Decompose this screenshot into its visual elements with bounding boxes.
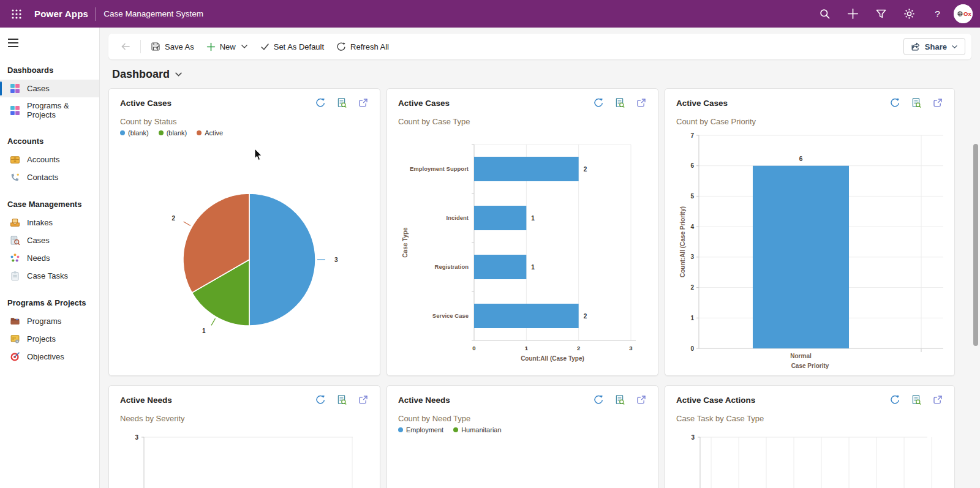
sidebar-item-label: Projects	[27, 334, 56, 343]
svg-text:2: 2	[584, 313, 587, 320]
expand-icon[interactable]	[932, 394, 943, 405]
expand-icon[interactable]	[636, 394, 647, 405]
svg-text:Count:All (Case Type): Count:All (Case Type)	[521, 355, 584, 362]
back-button[interactable]	[115, 38, 137, 55]
svg-text:3: 3	[690, 253, 694, 260]
svg-text:5: 5	[690, 193, 694, 200]
svg-text:0: 0	[472, 345, 475, 351]
svg-text:4: 4	[690, 223, 694, 230]
chart-subtitle: Needs by Severity	[120, 414, 369, 423]
dashboard-selector[interactable]: Dashboard	[112, 68, 980, 81]
new-dropdown-chevron[interactable]	[238, 40, 254, 53]
refresh-icon[interactable]	[315, 97, 326, 108]
dashboard-card: Active NeedsNeeds by Severity3	[108, 385, 380, 488]
sidebar-item-needs[interactable]: Needs	[0, 249, 99, 267]
sidebar-item-label: Objectives	[27, 352, 64, 361]
refresh-icon[interactable]	[315, 394, 326, 405]
legend-item: (blank)	[159, 129, 187, 137]
help-icon[interactable]: ?	[925, 2, 949, 26]
dashboard-card: Active CasesCount by Case Type01232Emplo…	[386, 88, 658, 376]
expand-icon[interactable]	[358, 394, 369, 405]
sidebar-item-label: Needs	[27, 253, 50, 263]
legend-dot	[159, 130, 164, 135]
sidebar-item-label: Cases	[27, 236, 50, 245]
refresh-all-button[interactable]: Refresh All	[330, 38, 395, 55]
refresh-icon	[336, 42, 346, 51]
svg-text:1: 1	[690, 315, 694, 321]
collapse-sitemap-icon[interactable]	[5, 34, 26, 52]
share-icon	[911, 42, 921, 51]
app-title[interactable]: Case Management System	[104, 9, 203, 18]
sidebar-item-intakes[interactable]: Intakes	[0, 214, 99, 231]
sidebar-item-cases[interactable]: Cases	[0, 80, 99, 97]
card-title: Active Case Actions	[676, 396, 755, 405]
sidebar-nav: DashboardsCasesPrograms & ProjectsAccoun…	[0, 61, 99, 366]
svg-text:?: ?	[935, 9, 940, 19]
refresh-icon[interactable]	[593, 97, 604, 108]
expand-icon[interactable]	[636, 97, 647, 108]
nav-section-title: Programs & Projects	[0, 293, 99, 312]
view-records-icon[interactable]	[336, 97, 347, 108]
product-name[interactable]: Power Apps	[34, 9, 88, 19]
expand-icon[interactable]	[358, 97, 369, 108]
scrollbar-track[interactable]	[973, 58, 979, 486]
svg-text:2: 2	[577, 345, 580, 351]
set-as-default-button[interactable]: Set As Default	[254, 39, 330, 55]
svg-text:3: 3	[135, 434, 138, 441]
chart-canvas: 01232Employment Support1Incident1Registr…	[398, 132, 648, 372]
legend-dot	[398, 427, 403, 432]
svg-text:2: 2	[172, 215, 176, 222]
account-drawer-icon	[10, 154, 20, 165]
legend-item: Humanitarian	[453, 426, 501, 434]
view-records-icon[interactable]	[614, 97, 625, 108]
needs-people-icon	[10, 253, 20, 263]
dashboard-cards-grid: Active CasesCount by Status(blank)(blank…	[108, 88, 980, 488]
sidebar-item-objectives[interactable]: Objectives	[0, 348, 99, 366]
filter-icon[interactable]	[869, 2, 892, 26]
sidebar-item-label: Programs	[27, 317, 61, 326]
expand-icon[interactable]	[932, 97, 943, 108]
dashboard-card: Active CasesCount by Status(blank)(blank…	[108, 88, 380, 376]
share-button[interactable]: Share	[903, 38, 965, 55]
sidebar-item-case-tasks[interactable]: Case Tasks	[0, 267, 99, 285]
card-title: Active Cases	[676, 99, 728, 108]
sidebar-item-contacts[interactable]: Contacts	[0, 168, 99, 186]
sidebar-item-projects[interactable]: Projects	[0, 330, 99, 348]
scrollbar-thumb[interactable]	[973, 144, 978, 346]
sidebar-item-programs-projects[interactable]: Programs & Projects	[0, 97, 99, 123]
dashboard-card: Active CasesCount by Case Priority012345…	[665, 88, 955, 376]
nav-section-title: Case Managements	[0, 195, 99, 214]
view-records-icon[interactable]	[911, 394, 922, 405]
svg-text:Employment Support: Employment Support	[410, 165, 469, 172]
settings-gear-icon[interactable]	[897, 2, 921, 26]
save-as-button[interactable]: Save As	[145, 38, 200, 55]
refresh-icon[interactable]	[889, 394, 900, 405]
add-icon[interactable]	[841, 2, 864, 26]
sidebar-item-cases[interactable]: Cases	[0, 231, 99, 249]
sidebar-item-accounts[interactable]: Accounts	[0, 151, 99, 168]
waffle-menu-icon[interactable]	[6, 4, 27, 24]
sidebar-item-programs[interactable]: Programs	[0, 312, 99, 330]
nav-section-title: Accounts	[0, 132, 99, 151]
svg-text:Case Type: Case Type	[402, 227, 409, 258]
refresh-icon[interactable]	[889, 97, 900, 108]
chart-canvas: 3	[676, 429, 944, 488]
sidebar-item-label: Programs & Projects	[27, 101, 94, 119]
chart-canvas: 012345676NormalCase PriorityCount:All (C…	[676, 132, 944, 374]
view-records-icon[interactable]	[336, 394, 347, 405]
back-arrow-icon	[121, 42, 130, 51]
refresh-icon[interactable]	[593, 394, 604, 405]
chart-legend: EmploymentHumanitarian	[398, 426, 647, 434]
card-title: Active Needs	[120, 396, 172, 405]
account-avatar[interactable]: Ox	[954, 4, 973, 23]
view-records-icon[interactable]	[614, 394, 625, 405]
search-icon[interactable]	[813, 2, 836, 26]
sidebar-item-label: Contacts	[27, 173, 58, 182]
checkmark-icon	[260, 42, 270, 51]
target-icon	[10, 351, 20, 362]
new-button[interactable]: New	[200, 39, 242, 55]
view-records-icon[interactable]	[911, 97, 922, 108]
folder-icon	[10, 316, 20, 326]
chart-subtitle: Count by Status	[120, 117, 369, 126]
card-title: Active Cases	[398, 99, 450, 108]
